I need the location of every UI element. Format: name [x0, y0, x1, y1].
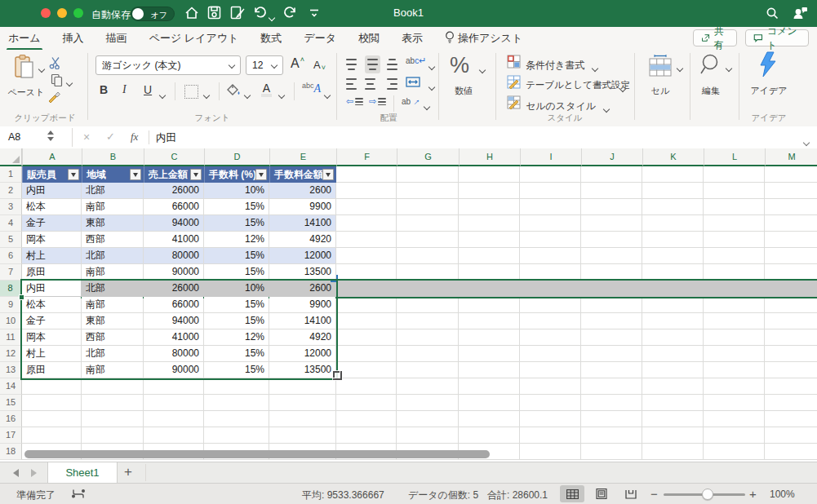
phonetic-dropdown-chevron[interactable]	[325, 89, 330, 100]
table-header-C1[interactable]: 売上金額	[144, 166, 204, 183]
conditional-formatting-icon[interactable]	[507, 55, 521, 69]
underline-button[interactable]: U	[144, 83, 152, 96]
cell-C7[interactable]: 90000	[144, 264, 203, 280]
font-size-select[interactable]: 12	[246, 55, 283, 75]
cell-E12[interactable]: 12000	[269, 346, 335, 361]
cell-D4[interactable]: 15%	[204, 215, 269, 231]
cell-D13[interactable]: 15%	[204, 362, 269, 378]
format-as-table-icon[interactable]	[507, 75, 521, 89]
column-header-F[interactable]: F	[336, 148, 397, 166]
cell-D8[interactable]: 10%	[204, 281, 269, 296]
cell-D10[interactable]: 15%	[204, 313, 269, 329]
filter-button[interactable]	[130, 169, 141, 180]
horizontal-scrollbar[interactable]	[24, 450, 490, 458]
table-resize-handle[interactable]	[332, 370, 343, 381]
tab-ホーム[interactable]: ホーム	[8, 31, 41, 46]
table-header-D1[interactable]: 手数料 (%)	[204, 166, 269, 183]
column-header-J[interactable]: J	[581, 148, 642, 166]
row-header-13[interactable]: 13	[0, 362, 22, 378]
column-header-K[interactable]: K	[642, 148, 704, 166]
row-header-7[interactable]: 7	[0, 264, 22, 281]
cell-E6[interactable]: 12000	[269, 248, 335, 263]
cell-C9[interactable]: 66000	[144, 297, 203, 312]
prev-sheet-arrow[interactable]	[13, 469, 19, 477]
align-middle-icon[interactable]	[365, 55, 380, 73]
table-header-A1[interactable]: 販売員	[22, 166, 82, 183]
cell-E5[interactable]: 4920	[269, 232, 335, 247]
add-sheet-button[interactable]: +	[124, 464, 132, 480]
paste-dropdown-chevron[interactable]	[39, 63, 44, 74]
select-all-corner[interactable]	[0, 148, 22, 166]
cell-A10[interactable]: 金子	[22, 313, 81, 329]
cell-D6[interactable]: 15%	[204, 248, 269, 263]
table-header-B1[interactable]: 地域	[82, 166, 144, 183]
row-header-1[interactable]: 1	[0, 166, 22, 183]
search-icon[interactable]	[766, 7, 782, 22]
bold-button[interactable]: B	[100, 83, 108, 96]
paste-button[interactable]	[13, 54, 36, 80]
comments-button[interactable]: コメント	[745, 29, 809, 46]
cell-D11[interactable]: 12%	[204, 329, 269, 345]
cell-C3[interactable]: 66000	[144, 199, 203, 214]
font-color-dropdown-chevron[interactable]	[279, 89, 284, 100]
fill-color-icon[interactable]	[227, 84, 241, 97]
share-button[interactable]: 共有	[693, 29, 737, 46]
row-header-18[interactable]: 18	[0, 444, 22, 460]
cell-styles-label[interactable]: セルのスタイル	[526, 99, 596, 113]
row-header-12[interactable]: 12	[0, 346, 22, 362]
column-header-I[interactable]: I	[520, 148, 581, 166]
cell-E3[interactable]: 9900	[269, 199, 335, 214]
format-as-table-label[interactable]: テーブルとして書式設定	[526, 79, 630, 91]
align-right-icon[interactable]	[387, 77, 397, 91]
align-bottom-icon[interactable]	[387, 57, 397, 72]
cell-E11[interactable]: 4920	[269, 329, 335, 345]
copy-dropdown-chevron[interactable]	[67, 77, 72, 88]
filter-button[interactable]	[322, 169, 334, 180]
font-name-select[interactable]: 游ゴシック (本文)	[95, 55, 241, 75]
cell-A5[interactable]: 岡本	[22, 232, 81, 247]
cell-B8[interactable]: 北部	[82, 281, 143, 296]
filter-button[interactable]	[190, 169, 202, 180]
cell-D12[interactable]: 15%	[204, 346, 269, 361]
row-header-17[interactable]: 17	[0, 427, 22, 444]
cell-D9[interactable]: 15%	[204, 297, 269, 312]
editing-dropdown-chevron[interactable]	[726, 62, 731, 73]
decrease-indent-icon[interactable]: ⇦	[346, 96, 363, 108]
column-header-C[interactable]: C	[144, 148, 204, 166]
row-header-10[interactable]: 10	[0, 313, 22, 329]
cancel-entry-icon[interactable]: ×	[83, 130, 90, 144]
underline-dropdown-chevron[interactable]	[160, 89, 165, 100]
cell-E7[interactable]: 13500	[269, 264, 335, 280]
cell-D5[interactable]: 12%	[204, 232, 269, 247]
tab-ページ レイアウト[interactable]: ページ レイアウト	[149, 31, 239, 46]
cell-A7[interactable]: 原田	[22, 264, 81, 280]
cell-A2[interactable]: 内田	[22, 183, 81, 198]
formula-bar-expand-chevron[interactable]	[804, 135, 809, 149]
conditional-formatting-chevron[interactable]	[593, 62, 597, 73]
keyboard-mode-icon[interactable]	[72, 489, 85, 502]
formula-input[interactable]: 内田	[156, 131, 176, 145]
cell-B13[interactable]: 南部	[82, 362, 143, 378]
cell-B4[interactable]: 東部	[82, 215, 143, 231]
tab-表示[interactable]: 表示	[402, 31, 423, 46]
cell-D7[interactable]: 15%	[204, 264, 269, 280]
row-header-15[interactable]: 15	[0, 395, 22, 411]
tab-数式[interactable]: 数式	[260, 31, 282, 46]
row-header-5[interactable]: 5	[0, 232, 22, 248]
column-header-A[interactable]: A	[22, 148, 82, 166]
wrap-text-icon[interactable]: ab c ↵	[406, 55, 426, 66]
cell-B5[interactable]: 西部	[82, 232, 143, 247]
column-header-B[interactable]: B	[82, 148, 144, 166]
cell-A6[interactable]: 村上	[22, 248, 81, 263]
percent-style-button[interactable]: %	[450, 53, 469, 78]
share-people-icon[interactable]	[792, 6, 808, 21]
borders-icon[interactable]	[184, 85, 198, 99]
cell-C8[interactable]: 26000	[144, 281, 203, 296]
column-header-M[interactable]: M	[765, 148, 817, 166]
align-top-icon[interactable]	[346, 57, 357, 72]
cell-C10[interactable]: 94000	[144, 313, 203, 329]
increase-indent-icon[interactable]: ⇨	[369, 96, 386, 108]
cell-A3[interactable]: 松本	[22, 199, 81, 214]
cell-B7[interactable]: 南部	[82, 264, 143, 280]
conditional-formatting-label[interactable]: 条件付き書式	[526, 59, 584, 73]
